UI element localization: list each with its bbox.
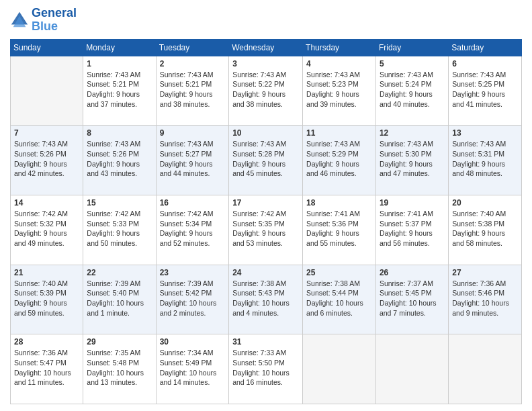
calendar-cell bbox=[303, 334, 376, 404]
day-number: 6 bbox=[452, 59, 518, 68]
day-number: 21 bbox=[14, 268, 79, 277]
day-number: 15 bbox=[87, 198, 152, 208]
logo: GeneralBlue bbox=[10, 7, 77, 34]
day-info: Sunrise: 7:43 AMSunset: 5:30 PMDaylight:… bbox=[380, 139, 445, 179]
day-info: Sunrise: 7:33 AMSunset: 5:50 PMDaylight:… bbox=[232, 348, 299, 387]
day-info: Sunrise: 7:43 AMSunset: 5:21 PMDaylight:… bbox=[87, 70, 152, 109]
day-number: 29 bbox=[87, 337, 152, 347]
day-number: 31 bbox=[232, 337, 299, 347]
day-info: Sunrise: 7:42 AMSunset: 5:32 PMDaylight:… bbox=[14, 209, 79, 248]
weekday-header: Tuesday bbox=[156, 39, 229, 56]
weekday-header: Friday bbox=[375, 39, 448, 56]
day-info: Sunrise: 7:42 AMSunset: 5:35 PMDaylight:… bbox=[232, 209, 299, 248]
calendar-cell: 8Sunrise: 7:43 AMSunset: 5:26 PMDaylight… bbox=[83, 126, 156, 195]
day-info: Sunrise: 7:43 AMSunset: 5:23 PMDaylight:… bbox=[306, 70, 372, 109]
weekday-header: Wednesday bbox=[229, 39, 303, 56]
calendar-cell: 24Sunrise: 7:38 AMSunset: 5:43 PMDayligh… bbox=[229, 265, 303, 334]
logo-text: GeneralBlue bbox=[32, 7, 77, 34]
calendar-cell: 23Sunrise: 7:39 AMSunset: 5:42 PMDayligh… bbox=[156, 265, 229, 334]
calendar-week-row: 14Sunrise: 7:42 AMSunset: 5:32 PMDayligh… bbox=[11, 195, 522, 265]
day-info: Sunrise: 7:43 AMSunset: 5:24 PMDaylight:… bbox=[380, 70, 445, 109]
day-info: Sunrise: 7:42 AMSunset: 5:34 PMDaylight:… bbox=[160, 209, 226, 248]
calendar-cell: 1Sunrise: 7:43 AMSunset: 5:21 PMDaylight… bbox=[83, 56, 156, 126]
day-info: Sunrise: 7:43 AMSunset: 5:26 PMDaylight:… bbox=[87, 139, 152, 179]
calendar-cell: 22Sunrise: 7:39 AMSunset: 5:40 PMDayligh… bbox=[83, 265, 156, 334]
calendar-table: SundayMondayTuesdayWednesdayThursdayFrid… bbox=[10, 39, 522, 404]
day-info: Sunrise: 7:40 AMSunset: 5:38 PMDaylight:… bbox=[452, 209, 518, 248]
day-number: 27 bbox=[452, 268, 518, 277]
day-info: Sunrise: 7:43 AMSunset: 5:27 PMDaylight:… bbox=[160, 139, 226, 179]
day-info: Sunrise: 7:35 AMSunset: 5:48 PMDaylight:… bbox=[87, 348, 152, 387]
day-number: 23 bbox=[160, 268, 226, 277]
calendar-cell: 7Sunrise: 7:43 AMSunset: 5:26 PMDaylight… bbox=[11, 126, 83, 195]
calendar-week-row: 1Sunrise: 7:43 AMSunset: 5:21 PMDaylight… bbox=[11, 56, 522, 126]
day-info: Sunrise: 7:37 AMSunset: 5:45 PMDaylight:… bbox=[380, 279, 445, 318]
day-info: Sunrise: 7:41 AMSunset: 5:37 PMDaylight:… bbox=[380, 209, 445, 248]
day-number: 13 bbox=[452, 128, 518, 138]
calendar-cell: 13Sunrise: 7:43 AMSunset: 5:31 PMDayligh… bbox=[449, 126, 522, 195]
day-number: 19 bbox=[380, 198, 445, 208]
weekday-header: Saturday bbox=[449, 39, 522, 56]
day-number: 16 bbox=[160, 198, 226, 208]
calendar-header-row: SundayMondayTuesdayWednesdayThursdayFrid… bbox=[11, 39, 522, 56]
calendar-cell: 6Sunrise: 7:43 AMSunset: 5:25 PMDaylight… bbox=[449, 56, 522, 126]
day-number: 18 bbox=[306, 198, 372, 208]
calendar-cell: 11Sunrise: 7:43 AMSunset: 5:29 PMDayligh… bbox=[303, 126, 376, 195]
logo-icon bbox=[10, 11, 29, 30]
calendar-cell: 25Sunrise: 7:38 AMSunset: 5:44 PMDayligh… bbox=[303, 265, 376, 334]
calendar-cell: 14Sunrise: 7:42 AMSunset: 5:32 PMDayligh… bbox=[11, 195, 83, 265]
calendar-cell: 2Sunrise: 7:43 AMSunset: 5:21 PMDaylight… bbox=[156, 56, 229, 126]
calendar-cell: 26Sunrise: 7:37 AMSunset: 5:45 PMDayligh… bbox=[375, 265, 448, 334]
calendar-cell bbox=[375, 334, 448, 404]
calendar-cell: 10Sunrise: 7:43 AMSunset: 5:28 PMDayligh… bbox=[229, 126, 303, 195]
day-number: 5 bbox=[380, 59, 445, 68]
calendar-week-row: 7Sunrise: 7:43 AMSunset: 5:26 PMDaylight… bbox=[11, 126, 522, 195]
day-number: 17 bbox=[232, 198, 299, 208]
day-number: 25 bbox=[306, 268, 372, 277]
header: GeneralBlue bbox=[10, 7, 522, 34]
weekday-header: Sunday bbox=[11, 39, 83, 56]
day-info: Sunrise: 7:43 AMSunset: 5:25 PMDaylight:… bbox=[452, 70, 518, 109]
calendar-cell: 19Sunrise: 7:41 AMSunset: 5:37 PMDayligh… bbox=[375, 195, 448, 265]
calendar-cell: 29Sunrise: 7:35 AMSunset: 5:48 PMDayligh… bbox=[83, 334, 156, 404]
day-number: 4 bbox=[306, 59, 372, 68]
day-number: 9 bbox=[160, 128, 226, 138]
day-info: Sunrise: 7:43 AMSunset: 5:22 PMDaylight:… bbox=[232, 70, 299, 109]
weekday-header: Thursday bbox=[303, 39, 376, 56]
day-number: 1 bbox=[87, 59, 152, 68]
calendar-cell: 21Sunrise: 7:40 AMSunset: 5:39 PMDayligh… bbox=[11, 265, 83, 334]
day-info: Sunrise: 7:41 AMSunset: 5:36 PMDaylight:… bbox=[306, 209, 372, 248]
calendar-cell: 20Sunrise: 7:40 AMSunset: 5:38 PMDayligh… bbox=[449, 195, 522, 265]
day-number: 24 bbox=[232, 268, 299, 277]
day-number: 2 bbox=[160, 59, 226, 68]
day-info: Sunrise: 7:43 AMSunset: 5:28 PMDaylight:… bbox=[232, 139, 299, 179]
day-number: 11 bbox=[306, 128, 372, 138]
day-info: Sunrise: 7:43 AMSunset: 5:29 PMDaylight:… bbox=[306, 139, 372, 179]
day-info: Sunrise: 7:43 AMSunset: 5:26 PMDaylight:… bbox=[14, 139, 79, 179]
calendar-cell: 3Sunrise: 7:43 AMSunset: 5:22 PMDaylight… bbox=[229, 56, 303, 126]
calendar-cell: 18Sunrise: 7:41 AMSunset: 5:36 PMDayligh… bbox=[303, 195, 376, 265]
calendar-week-row: 21Sunrise: 7:40 AMSunset: 5:39 PMDayligh… bbox=[11, 265, 522, 334]
day-info: Sunrise: 7:36 AMSunset: 5:47 PMDaylight:… bbox=[14, 348, 79, 387]
calendar-cell: 28Sunrise: 7:36 AMSunset: 5:47 PMDayligh… bbox=[11, 334, 83, 404]
day-info: Sunrise: 7:36 AMSunset: 5:46 PMDaylight:… bbox=[452, 279, 518, 318]
calendar-cell bbox=[449, 334, 522, 404]
day-number: 28 bbox=[14, 337, 79, 347]
day-info: Sunrise: 7:34 AMSunset: 5:49 PMDaylight:… bbox=[160, 348, 226, 387]
day-number: 30 bbox=[160, 337, 226, 347]
day-info: Sunrise: 7:39 AMSunset: 5:40 PMDaylight:… bbox=[87, 279, 152, 318]
day-number: 22 bbox=[87, 268, 152, 277]
day-info: Sunrise: 7:38 AMSunset: 5:43 PMDaylight:… bbox=[232, 279, 299, 318]
day-number: 20 bbox=[452, 198, 518, 208]
calendar-week-row: 28Sunrise: 7:36 AMSunset: 5:47 PMDayligh… bbox=[11, 334, 522, 404]
calendar-cell: 15Sunrise: 7:42 AMSunset: 5:33 PMDayligh… bbox=[83, 195, 156, 265]
calendar-cell: 31Sunrise: 7:33 AMSunset: 5:50 PMDayligh… bbox=[229, 334, 303, 404]
day-number: 3 bbox=[232, 59, 299, 68]
day-number: 14 bbox=[14, 198, 79, 208]
page: GeneralBlue SundayMondayTuesdayWednesday… bbox=[0, 0, 532, 411]
calendar-cell: 16Sunrise: 7:42 AMSunset: 5:34 PMDayligh… bbox=[156, 195, 229, 265]
calendar-cell: 12Sunrise: 7:43 AMSunset: 5:30 PMDayligh… bbox=[375, 126, 448, 195]
day-info: Sunrise: 7:39 AMSunset: 5:42 PMDaylight:… bbox=[160, 279, 226, 318]
calendar-cell: 9Sunrise: 7:43 AMSunset: 5:27 PMDaylight… bbox=[156, 126, 229, 195]
calendar-cell: 30Sunrise: 7:34 AMSunset: 5:49 PMDayligh… bbox=[156, 334, 229, 404]
